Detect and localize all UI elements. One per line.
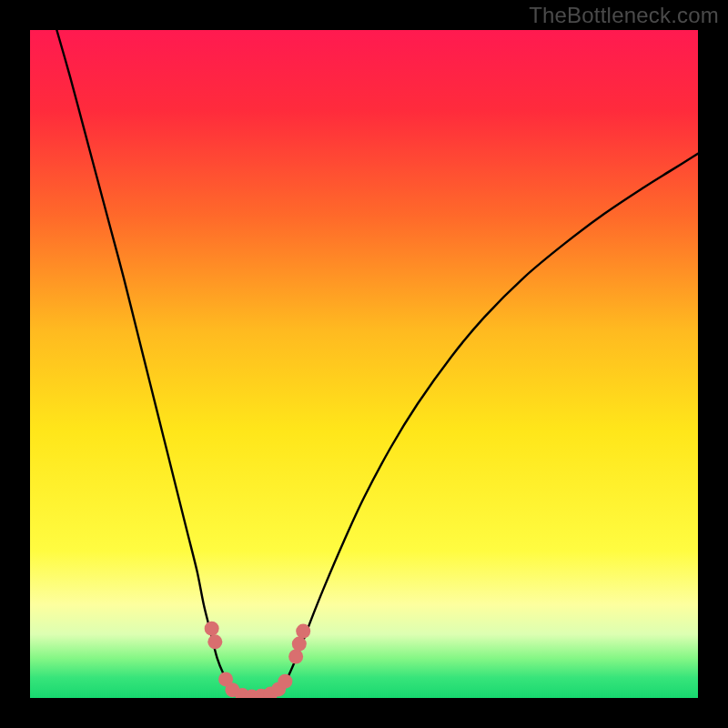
chart-frame: TheBottleneck.com (0, 0, 728, 728)
bottleneck-chart (0, 0, 728, 728)
scatter-point (278, 674, 292, 689)
scatter-point (205, 622, 219, 636)
gradient-background (30, 30, 698, 698)
scatter-point (292, 637, 307, 652)
scatter-point (296, 624, 310, 639)
scatter-point (207, 634, 222, 649)
scatter-point (288, 649, 303, 663)
